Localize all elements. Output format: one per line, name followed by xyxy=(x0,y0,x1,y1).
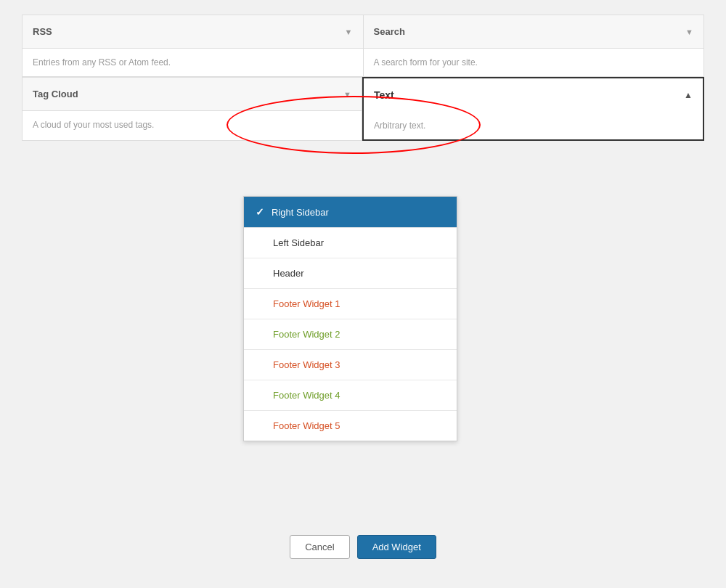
dropdown-option-label: Left Sidebar xyxy=(273,237,324,248)
cancel-button[interactable]: Cancel xyxy=(290,535,349,559)
tag-cloud-widget-title: Tag Cloud xyxy=(33,89,78,99)
search-widget-title: Search xyxy=(374,26,405,37)
dropdown-option-footer-widget-3[interactable]: Footer Widget 3 xyxy=(244,350,457,380)
dropdown-option-label: Footer Widget 5 xyxy=(273,420,340,431)
add-widget-button[interactable]: Add Widget xyxy=(357,535,436,559)
tag-cloud-widget-description: A cloud of your most used tags. xyxy=(23,111,362,139)
dropdown-list[interactable]: ✓ Right Sidebar Left Sidebar Header Foot… xyxy=(244,197,457,441)
dropdown-option-right-sidebar[interactable]: ✓ Right Sidebar xyxy=(244,197,457,228)
dropdown-option-footer-widget-5[interactable]: Footer Widget 5 xyxy=(244,411,457,441)
dropdown-option-label: Footer Widget 4 xyxy=(273,390,340,401)
search-widget-header[interactable]: Search ▼ xyxy=(364,15,704,49)
rss-widget-cell: RSS ▼ Entries from any RSS or Atom feed. xyxy=(22,15,364,77)
dropdown-option-left-sidebar[interactable]: Left Sidebar xyxy=(244,228,457,258)
search-widget-description: A search form for your site. xyxy=(364,49,704,76)
buttons-row: Cancel Add Widget xyxy=(0,535,726,559)
search-widget-cell: Search ▼ A search form for your site. xyxy=(364,15,705,77)
dropdown-option-footer-widget-2[interactable]: Footer Widget 2 xyxy=(244,319,457,350)
main-container: RSS ▼ Entries from any RSS or Atom feed.… xyxy=(0,0,726,588)
dropdown-option-label: Footer Widget 3 xyxy=(273,359,340,370)
tag-cloud-chevron-icon: ▼ xyxy=(343,90,351,99)
search-chevron-icon: ▼ xyxy=(685,28,693,36)
widget-row-top: RSS ▼ Entries from any RSS or Atom feed.… xyxy=(22,15,704,77)
text-widget-header[interactable]: Text ▲ xyxy=(364,78,703,112)
dropdown-option-label: Header xyxy=(273,268,304,279)
widget-row-bottom: Tag Cloud ▼ A cloud of your most used ta… xyxy=(22,77,704,141)
tag-cloud-widget-header[interactable]: Tag Cloud ▼ xyxy=(23,78,362,111)
dropdown-option-header[interactable]: Header xyxy=(244,258,457,289)
text-widget-description: Arbitrary text. xyxy=(364,112,703,139)
text-widget-cell: Text ▲ Arbitrary text. xyxy=(362,77,704,141)
widget-area-dropdown[interactable]: ✓ Right Sidebar Left Sidebar Header Foot… xyxy=(243,196,457,441)
rss-chevron-icon: ▼ xyxy=(345,28,353,36)
dropdown-option-label: Footer Widget 1 xyxy=(273,298,340,309)
rss-widget-title: RSS xyxy=(33,26,52,37)
text-chevron-icon: ▲ xyxy=(684,90,693,100)
text-widget-title: Text xyxy=(374,89,394,101)
dropdown-option-footer-widget-4[interactable]: Footer Widget 4 xyxy=(244,380,457,411)
checkmark-icon: ✓ xyxy=(256,206,264,218)
dropdown-option-label: Footer Widget 2 xyxy=(273,329,340,340)
tag-cloud-widget-cell: Tag Cloud ▼ A cloud of your most used ta… xyxy=(22,77,362,141)
dropdown-option-footer-widget-1[interactable]: Footer Widget 1 xyxy=(244,289,457,319)
rss-widget-header[interactable]: RSS ▼ xyxy=(23,15,363,49)
dropdown-option-label: Right Sidebar xyxy=(272,207,329,218)
rss-widget-description: Entries from any RSS or Atom feed. xyxy=(23,49,363,76)
